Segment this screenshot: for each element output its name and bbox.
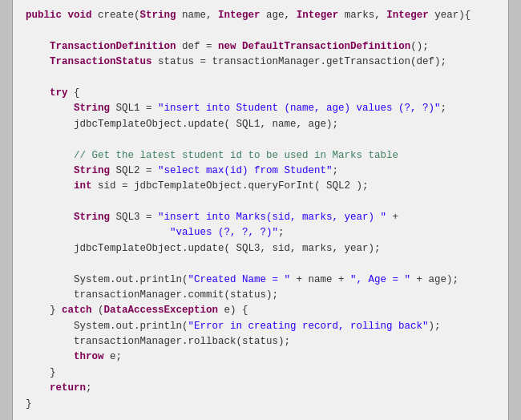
line-1: public void create(String name, Integer …: [26, 10, 471, 21]
line-23: throw e;: [26, 351, 122, 362]
line-22: transactionManager.rollback(status);: [26, 336, 290, 347]
line-26: }: [26, 398, 32, 410]
code-block: public void create(String name, Integer …: [26, 0, 495, 420]
line-6: try {: [26, 87, 80, 99]
line-14: String SQL3 = "insert into Marks(sid, ma…: [26, 212, 398, 223]
line-18: System.out.println("Created Name = " + n…: [26, 274, 458, 285]
line-10: // Get the latest student id to be used …: [26, 150, 398, 161]
line-21: System.out.println("Error in creating re…: [26, 321, 441, 332]
line-3: TransactionDefinition def = new DefaultT…: [26, 41, 429, 52]
line-20: } catch (DataAccessException e) {: [26, 305, 248, 316]
line-11: String SQL2 = "select max(id) from Stude…: [26, 165, 338, 176]
line-16: jdbcTemplateObject.update( SQL3, sid, ma…: [26, 243, 381, 254]
code-container: public void create(String name, Integer …: [12, 0, 509, 420]
line-15: "values (?, ?, ?)";: [26, 227, 285, 238]
line-4: TransactionStatus status = transactionMa…: [26, 56, 446, 67]
line-25: return;: [26, 382, 92, 394]
line-7: String SQL1 = "insert into Student (name…: [26, 103, 446, 114]
line-19: transactionManager.commit(status);: [26, 289, 278, 301]
line-24: }: [26, 367, 56, 378]
line-8: jdbcTemplateObject.update( SQL1, name, a…: [26, 119, 338, 130]
line-12: int sid = jdbcTemplateObject.queryForInt…: [26, 180, 369, 192]
